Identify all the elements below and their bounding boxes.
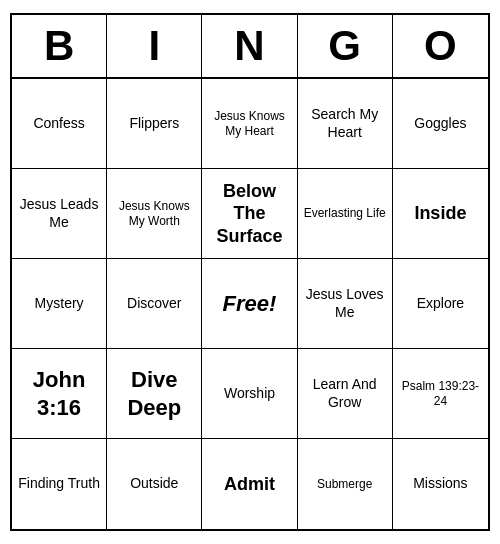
bingo-cell-14: Explore — [393, 259, 488, 349]
bingo-cell-2: Jesus Knows My Heart — [202, 79, 297, 169]
bingo-cell-4: Goggles — [393, 79, 488, 169]
bingo-cell-18: Learn And Grow — [298, 349, 393, 439]
bingo-cell-15: John 3:16 — [12, 349, 107, 439]
bingo-cell-17: Worship — [202, 349, 297, 439]
bingo-cell-9: Inside — [393, 169, 488, 259]
bingo-cell-21: Outside — [107, 439, 202, 529]
bingo-cell-0: Confess — [12, 79, 107, 169]
bingo-cell-3: Search My Heart — [298, 79, 393, 169]
bingo-cell-22: Admit — [202, 439, 297, 529]
bingo-cell-7: Below The Surface — [202, 169, 297, 259]
bingo-cell-20: Finding Truth — [12, 439, 107, 529]
bingo-cell-11: Discover — [107, 259, 202, 349]
bingo-cell-6: Jesus Knows My Worth — [107, 169, 202, 259]
bingo-letter-n: N — [202, 15, 297, 77]
bingo-grid: ConfessFlippersJesus Knows My HeartSearc… — [12, 79, 488, 529]
bingo-cell-19: Psalm 139:23-24 — [393, 349, 488, 439]
bingo-letter-i: I — [107, 15, 202, 77]
bingo-cell-8: Everlasting Life — [298, 169, 393, 259]
bingo-letter-o: O — [393, 15, 488, 77]
bingo-letter-g: G — [298, 15, 393, 77]
bingo-cell-23: Submerge — [298, 439, 393, 529]
bingo-cell-16: Dive Deep — [107, 349, 202, 439]
bingo-cell-12: Free! — [202, 259, 297, 349]
bingo-header: BINGO — [12, 15, 488, 79]
bingo-cell-13: Jesus Loves Me — [298, 259, 393, 349]
bingo-cell-5: Jesus Leads Me — [12, 169, 107, 259]
bingo-cell-10: Mystery — [12, 259, 107, 349]
bingo-letter-b: B — [12, 15, 107, 77]
bingo-cell-1: Flippers — [107, 79, 202, 169]
bingo-card: BINGO ConfessFlippersJesus Knows My Hear… — [10, 13, 490, 531]
bingo-cell-24: Missions — [393, 439, 488, 529]
